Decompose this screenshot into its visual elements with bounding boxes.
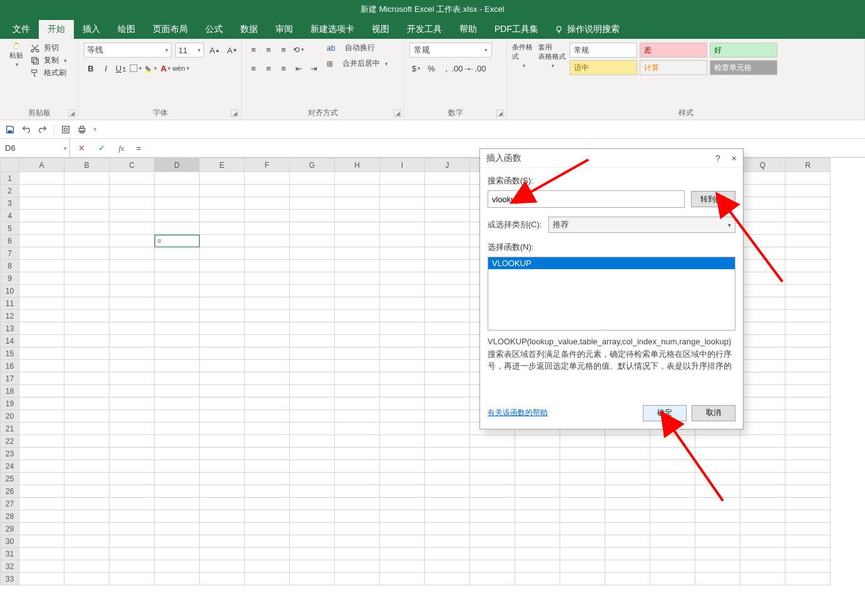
cell[interactable] — [425, 197, 470, 210]
cell[interactable] — [786, 285, 831, 297]
name-box[interactable]: D6 ▾ — [0, 139, 70, 157]
cell[interactable] — [110, 347, 155, 360]
cell[interactable] — [380, 347, 425, 360]
cell[interactable] — [380, 423, 425, 435]
cell[interactable] — [425, 285, 470, 297]
font-color-button[interactable]: A▾ — [159, 61, 173, 75]
cell[interactable] — [740, 573, 786, 585]
cell[interactable] — [290, 210, 335, 222]
column-header[interactable]: Q — [740, 158, 786, 172]
cell[interactable] — [695, 548, 740, 560]
cell[interactable] — [64, 398, 110, 410]
cell[interactable] — [110, 473, 155, 485]
cell[interactable] — [695, 560, 740, 573]
cell[interactable] — [335, 210, 380, 222]
cell[interactable] — [110, 485, 155, 498]
cell[interactable] — [470, 435, 515, 448]
decrease-font-button[interactable]: A▼ — [225, 43, 239, 57]
row-header[interactable]: 11 — [1, 297, 19, 310]
redo-icon[interactable] — [38, 125, 48, 135]
column-header[interactable]: F — [245, 158, 290, 172]
cell[interactable] — [290, 473, 335, 485]
percent-format-button[interactable]: % — [424, 61, 438, 75]
cell[interactable] — [380, 460, 425, 473]
row-header[interactable]: 29 — [1, 523, 19, 535]
cell[interactable] — [200, 435, 245, 448]
cell[interactable] — [64, 247, 110, 260]
cell[interactable] — [245, 335, 290, 347]
row-header[interactable]: 14 — [1, 335, 19, 347]
align-middle-button[interactable]: ≡ — [262, 43, 275, 56]
cell[interactable] — [290, 448, 335, 460]
cell[interactable] — [155, 498, 200, 510]
cell[interactable] — [786, 385, 831, 398]
cell[interactable] — [786, 435, 831, 448]
cell[interactable] — [245, 210, 290, 222]
cell[interactable] — [245, 310, 290, 322]
cell[interactable] — [515, 473, 560, 485]
cell[interactable] — [290, 423, 335, 435]
cell[interactable] — [560, 535, 605, 548]
cell[interactable] — [515, 435, 560, 448]
cell[interactable] — [335, 285, 380, 297]
cell[interactable] — [110, 210, 155, 222]
cell[interactable] — [335, 435, 380, 448]
cell[interactable] — [200, 448, 245, 460]
cell[interactable] — [200, 310, 245, 322]
cell[interactable] — [110, 185, 155, 197]
number-format-combo[interactable]: 常规 ▾ — [409, 43, 492, 58]
cell[interactable] — [200, 210, 245, 222]
row-header[interactable]: 15 — [1, 347, 19, 360]
cell[interactable] — [335, 335, 380, 347]
decrease-decimal-button[interactable]: ←.00 — [469, 61, 483, 75]
cell[interactable] — [786, 185, 831, 197]
cell[interactable] — [245, 523, 290, 535]
cell[interactable] — [650, 548, 695, 560]
category-select[interactable]: 推荐 ▾ — [548, 217, 735, 233]
cell[interactable] — [335, 448, 380, 460]
cell[interactable] — [786, 398, 831, 410]
cell[interactable] — [110, 272, 155, 285]
cell[interactable] — [110, 535, 155, 548]
cell[interactable] — [740, 510, 786, 523]
cell[interactable] — [200, 372, 245, 385]
cell[interactable] — [560, 573, 605, 585]
row-header[interactable]: 20 — [1, 410, 19, 423]
function-list[interactable]: VLOOKUP — [488, 257, 735, 331]
cell[interactable] — [425, 385, 470, 398]
row-header[interactable]: 6 — [1, 235, 19, 247]
save-icon[interactable] — [5, 125, 15, 135]
cell[interactable] — [64, 498, 110, 510]
cell[interactable] — [515, 573, 560, 585]
cell[interactable] — [560, 448, 605, 460]
cell[interactable] — [200, 172, 245, 185]
cell[interactable] — [335, 347, 380, 360]
cell[interactable] — [64, 548, 110, 560]
row-header[interactable]: 7 — [1, 247, 19, 260]
row-header[interactable]: 17 — [1, 372, 19, 385]
row-header[interactable]: 22 — [1, 435, 19, 448]
cell[interactable] — [64, 172, 110, 185]
function-help-link[interactable]: 有关该函数的帮助 — [488, 408, 548, 418]
cell[interactable] — [245, 235, 290, 247]
cell[interactable] — [110, 410, 155, 423]
cell[interactable] — [110, 510, 155, 523]
cell[interactable] — [786, 310, 831, 322]
cell[interactable] — [335, 398, 380, 410]
style-normal[interactable]: 常规 — [570, 43, 637, 58]
cell[interactable] — [155, 185, 200, 197]
cell[interactable] — [290, 222, 335, 235]
cell[interactable] — [19, 398, 64, 410]
merge-center-button[interactable]: ⊞ 合并后居中▾ — [327, 58, 388, 69]
align-left-button[interactable]: ≡ — [247, 61, 260, 75]
cell[interactable] — [470, 535, 515, 548]
cell[interactable] — [786, 297, 831, 310]
cell[interactable] — [245, 347, 290, 360]
cell[interactable] — [740, 460, 786, 473]
cell[interactable] — [290, 235, 335, 247]
cell[interactable] — [290, 410, 335, 423]
dialog-help-icon[interactable]: ? — [715, 153, 720, 163]
cell[interactable] — [290, 172, 335, 185]
tab-pdf-tools[interactable]: PDF工具集 — [486, 20, 547, 39]
font-launcher[interactable]: ◢ — [231, 110, 238, 117]
